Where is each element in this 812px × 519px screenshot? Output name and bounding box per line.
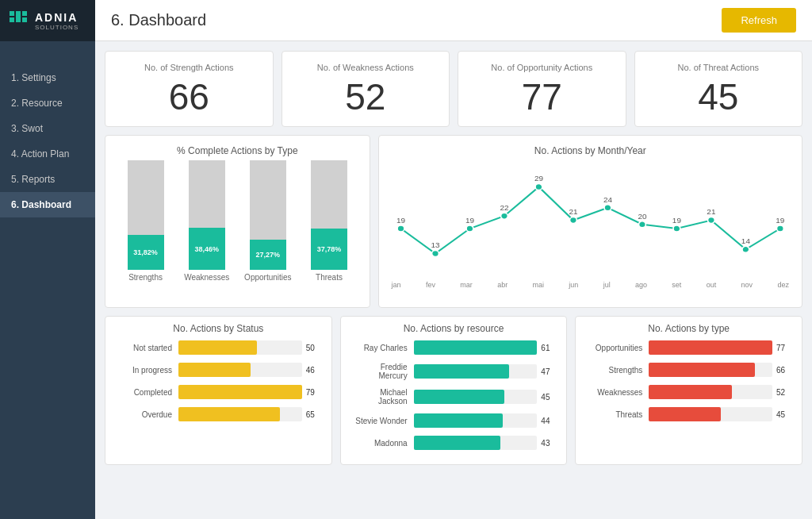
bar-gray-3 — [311, 160, 347, 229]
hbar-fill-4 — [414, 436, 501, 450]
line-dot-7 — [638, 221, 645, 228]
stat-value-1: 52 — [290, 79, 442, 115]
sidebar-item-action-plan[interactable]: 4. Action Plan — [0, 141, 95, 167]
line-dot-9 — [707, 217, 714, 224]
sidebar-item-dashboard[interactable]: 6. Dashboard — [0, 192, 95, 217]
line-x-label: mai — [532, 281, 544, 289]
hbar-fill-3 — [178, 407, 280, 421]
stat-label-3: No. of Threat Actions — [643, 63, 795, 72]
sidebar: ADNIA SOLUTIONS 1. Settings2. Resource3.… — [0, 0, 95, 519]
sidebar-item-settings[interactable]: 1. Settings — [0, 65, 95, 90]
svg-rect-1 — [10, 17, 14, 22]
svg-rect-2 — [16, 11, 21, 22]
status-chart-card: No. Actions by Status Not started 50 In … — [105, 316, 332, 465]
hbar-row-0: Not started 50 — [115, 340, 322, 355]
bar-chart-card: % Complete Actions by Type 31,82% Streng… — [105, 135, 370, 308]
hbar-track-1 — [414, 364, 538, 379]
line-x-label: dez — [777, 281, 789, 289]
refresh-button[interactable]: Refresh — [722, 8, 796, 33]
hbar-fill-2 — [178, 385, 302, 399]
stat-value-3: 45 — [643, 79, 795, 115]
hbar-fill-3 — [649, 407, 721, 421]
hbar-value-3: 45 — [776, 410, 792, 419]
bar-wrapper-2: 27,27% — [250, 159, 286, 270]
main-content: 6. Dashboard Refresh No. of Strength Act… — [95, 0, 812, 519]
hbar-value-1: 47 — [541, 367, 557, 376]
bar-chart-title: % Complete Actions by Type — [115, 145, 360, 156]
line-x-label: out — [707, 281, 717, 289]
hbar-label-1: Freddie Mercury — [350, 363, 414, 380]
hbar-label-0: Not started — [115, 344, 178, 352]
hbar-value-2: 52 — [776, 388, 792, 397]
bar-col-2: 27,27% Opportunities — [248, 159, 288, 282]
bar-wrapper-3: 37,78% — [311, 159, 347, 270]
stat-value-0: 66 — [113, 79, 265, 115]
line-x-label: mar — [460, 281, 473, 289]
hbar-track-3 — [414, 413, 538, 428]
line-chart-title: No. Actions by Month/Year — [389, 145, 792, 156]
line-label-5: 21 — [569, 208, 577, 216]
hbar-label-2: Michael Jackson — [350, 388, 414, 406]
hbar-fill-0 — [649, 340, 772, 355]
svg-rect-0 — [10, 11, 14, 16]
hbar-fill-1 — [649, 363, 754, 377]
hbar-value-3: 65 — [306, 410, 322, 419]
stat-card-0: No. of Strength Actions 66 — [105, 51, 274, 127]
line-x-label: jun — [569, 281, 578, 289]
hbar-fill-0 — [414, 340, 538, 355]
hbar-fill-2 — [414, 390, 505, 404]
bar-teal-1: 38,46% — [189, 228, 225, 270]
hbar-label-4: Madonna — [350, 439, 414, 448]
hbar-label-0: Opportunities — [585, 344, 649, 352]
logo-text: ADNIA SOLUTIONS — [35, 11, 79, 31]
hbar-fill-2 — [649, 385, 732, 399]
hbar-value-2: 79 — [306, 388, 322, 397]
hbar-row-3: Stevie Wonder 44 — [350, 413, 557, 428]
hbar-value-3: 44 — [541, 417, 557, 425]
hbar-fill-3 — [414, 413, 503, 428]
line-path — [400, 187, 779, 254]
hbar-value-0: 50 — [306, 344, 322, 352]
line-label-1: 13 — [431, 241, 439, 249]
hbar-track-4 — [414, 436, 538, 450]
bar-label-3: Threats — [316, 273, 343, 282]
bar-gray-0 — [128, 160, 164, 235]
line-dot-8 — [673, 225, 680, 232]
hbar-track-0 — [649, 340, 772, 355]
stat-card-3: No. of Threat Actions 45 — [634, 51, 803, 127]
line-dot-11 — [776, 225, 783, 232]
hbar-track-3 — [649, 407, 772, 421]
hbar-label-0: Ray Charles — [350, 344, 414, 352]
line-label-4: 29 — [534, 175, 543, 183]
sidebar-item-reports[interactable]: 5. Reports — [0, 167, 95, 192]
resource-chart-card: No. Actions by resource Ray Charles 61 F… — [340, 316, 568, 465]
hbar-track-2 — [414, 390, 538, 404]
bar-wrapper-0: 31,82% — [128, 159, 164, 270]
bar-col-1: 38,46% Weaknesses — [187, 159, 227, 282]
charts-row2: No. Actions by Status Not started 50 In … — [105, 316, 802, 465]
bar-col-3: 37,78% Threats — [309, 159, 349, 282]
hbar-fill-0 — [178, 340, 257, 355]
bar-chart-area: 31,82% Strengths 38,46% Weaknesses 27,27… — [115, 163, 360, 298]
sidebar-item-swot[interactable]: 3. Swot — [0, 116, 95, 141]
svg-rect-4 — [22, 17, 27, 22]
logo-name: ADNIA — [35, 11, 79, 24]
hbar-row-0: Opportunities 77 — [585, 340, 792, 355]
line-x-label: set — [672, 281, 681, 289]
line-x-label: nov — [741, 281, 753, 289]
sidebar-item-resource[interactable]: 2. Resource — [0, 90, 95, 116]
status-chart-bars: Not started 50 In progress 46 Completed … — [115, 340, 322, 421]
resource-chart-title: No. Actions by resource — [350, 323, 557, 334]
page-title: 6. Dashboard — [111, 11, 206, 29]
hbar-label-1: In progress — [115, 366, 178, 375]
svg-rect-3 — [22, 11, 27, 16]
line-x-label: fev — [426, 281, 435, 289]
logo-icon — [8, 10, 30, 32]
logo-subtitle: SOLUTIONS — [35, 24, 79, 31]
bar-label-2: Opportunities — [244, 273, 291, 282]
header: 6. Dashboard Refresh — [95, 0, 812, 41]
hbar-label-3: Threats — [585, 410, 649, 419]
hbar-fill-1 — [414, 364, 509, 379]
line-label-7: 20 — [638, 212, 646, 220]
bar-teal-3: 37,78% — [311, 229, 347, 270]
